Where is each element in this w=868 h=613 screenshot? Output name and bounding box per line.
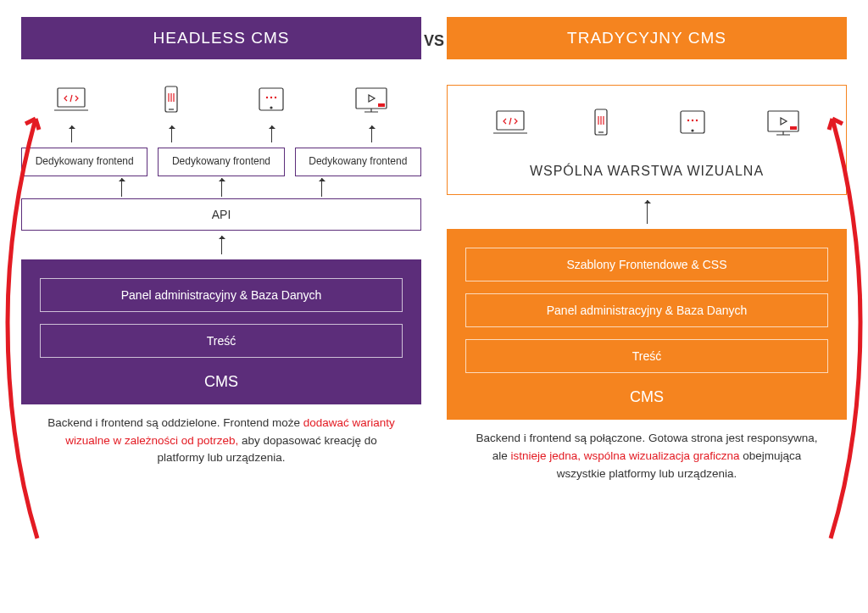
traditional-header: TRADYCYJNY CMS bbox=[447, 17, 847, 59]
tablet-icon bbox=[674, 108, 711, 142]
vs-label: VS bbox=[424, 32, 444, 50]
cms-title: CMS bbox=[40, 370, 403, 394]
headless-header: HEADLESS CMS bbox=[21, 17, 421, 59]
cms-block: Szablony Frontendowe & CSS Panel adminis… bbox=[447, 229, 847, 420]
tv-play-icon bbox=[353, 85, 390, 119]
arrow-up-icon bbox=[121, 178, 122, 197]
cms-row: Panel administracyjny & Baza Danych bbox=[40, 278, 403, 312]
traditional-column: TRADYCYJNY CMS WSPÓLNA WARSTWA WIZUALNA … bbox=[434, 17, 860, 483]
svg-rect-9 bbox=[378, 103, 385, 107]
device-row bbox=[21, 85, 421, 119]
arrow-up-icon bbox=[647, 200, 648, 224]
svg-point-7 bbox=[275, 97, 276, 98]
svg-point-17 bbox=[696, 120, 698, 121]
tablet-icon bbox=[253, 85, 290, 119]
headless-column: HEADLESS CMS Dedykowany frontend Dedykow… bbox=[8, 17, 434, 467]
cms-row: Treść bbox=[465, 339, 828, 373]
frontend-box: Dedykowany frontend bbox=[21, 148, 147, 176]
frontend-box: Dedykowany frontend bbox=[295, 148, 421, 176]
svg-point-5 bbox=[266, 97, 268, 98]
svg-point-16 bbox=[692, 120, 693, 121]
arrow-up-icon bbox=[321, 178, 322, 197]
arrow-up-icon bbox=[221, 178, 222, 197]
cms-title: CMS bbox=[465, 385, 828, 410]
laptop-code-icon bbox=[492, 108, 529, 142]
arrow-up-icon bbox=[271, 125, 272, 142]
caption: Backend i frontend są oddzielone. Fronte… bbox=[21, 404, 421, 468]
cms-block: Panel administracyjny & Baza Danych Treś… bbox=[21, 259, 421, 404]
svg-point-6 bbox=[270, 97, 272, 98]
frontend-box: Dedykowany frontend bbox=[158, 148, 284, 176]
arrow-up-icon bbox=[221, 236, 222, 254]
svg-point-14 bbox=[692, 130, 693, 131]
cms-row: Treść bbox=[40, 324, 403, 358]
arrow-up-icon bbox=[71, 125, 72, 142]
arrow-up-icon bbox=[371, 125, 372, 142]
cms-row: Panel administracyjny & Baza Danych bbox=[465, 293, 828, 327]
tv-play-icon bbox=[765, 108, 802, 142]
phone-icon bbox=[582, 108, 620, 142]
svg-point-15 bbox=[687, 120, 689, 121]
svg-point-4 bbox=[270, 107, 272, 109]
caption: Backend i frontend są połączone. Gotowa … bbox=[447, 420, 847, 483]
visual-layer-label: WSPÓLNA WARSTWA WIZUALNA bbox=[465, 164, 829, 179]
laptop-code-icon bbox=[53, 85, 90, 119]
phone-icon bbox=[153, 85, 190, 119]
cms-row: Szablony Frontendowe & CSS bbox=[465, 248, 828, 281]
arrow-up-icon bbox=[171, 125, 172, 142]
api-box: API bbox=[21, 198, 421, 231]
visual-layer-box: WSPÓLNA WARSTWA WIZUALNA bbox=[447, 85, 847, 195]
caption-highlight: istnieje jedna, wspólna wizualizacja gra… bbox=[510, 449, 739, 462]
svg-rect-19 bbox=[790, 126, 797, 130]
